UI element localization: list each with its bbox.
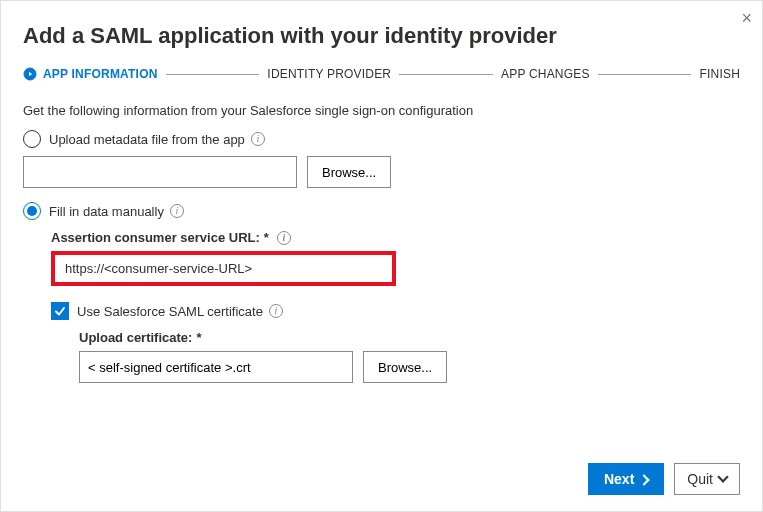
step-connector (399, 74, 493, 75)
acs-url-label: Assertion consumer service URL: * i (51, 230, 740, 245)
info-icon[interactable]: i (277, 231, 291, 245)
chevron-right-icon (640, 471, 648, 487)
step-finish: FINISH (699, 67, 740, 81)
next-button[interactable]: Next (588, 463, 664, 495)
step-identity-provider: IDENTITY PROVIDER (267, 67, 391, 81)
browse-certificate-button[interactable]: Browse... (363, 351, 447, 383)
radio-manual-label: Fill in data manually (49, 204, 164, 219)
radio-upload-label: Upload metadata file from the app (49, 132, 245, 147)
radio-fill-manually[interactable] (23, 202, 41, 220)
certificate-file-field[interactable] (79, 351, 353, 383)
use-salesforce-cert-checkbox[interactable] (51, 302, 69, 320)
check-icon (54, 305, 66, 317)
chevron-down-icon (719, 471, 727, 487)
use-salesforce-cert-label: Use Salesforce SAML certificate (77, 304, 263, 319)
browse-metadata-button[interactable]: Browse... (307, 156, 391, 188)
acs-url-input[interactable]: https://<consumer-service-URL> (51, 251, 396, 286)
radio-upload-metadata[interactable] (23, 130, 41, 148)
close-icon[interactable]: × (741, 9, 752, 27)
info-icon[interactable]: i (170, 204, 184, 218)
page-title: Add a SAML application with your identit… (23, 23, 740, 49)
step-app-changes: APP CHANGES (501, 67, 590, 81)
wizard-steps: APP INFORMATION IDENTITY PROVIDER APP CH… (23, 67, 740, 81)
step-active-icon (23, 67, 37, 81)
metadata-file-field[interactable] (23, 156, 297, 188)
instruction-text: Get the following information from your … (23, 103, 740, 118)
step-connector (166, 74, 260, 75)
quit-button[interactable]: Quit (674, 463, 740, 495)
info-icon[interactable]: i (251, 132, 265, 146)
step-app-information: APP INFORMATION (23, 67, 158, 81)
step-connector (598, 74, 692, 75)
upload-cert-label: Upload certificate: * (79, 330, 740, 345)
info-icon[interactable]: i (269, 304, 283, 318)
